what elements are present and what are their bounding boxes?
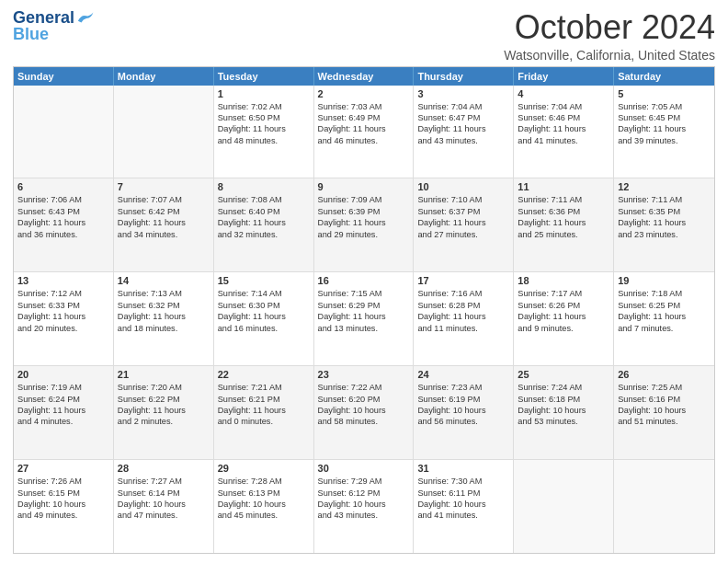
day-number: 25 bbox=[518, 369, 609, 380]
day-number: 24 bbox=[417, 369, 509, 380]
day-number: 9 bbox=[318, 181, 410, 192]
logo: General Blue bbox=[13, 9, 97, 44]
calendar-cell: 26Sunrise: 7:25 AMSunset: 6:16 PMDayligh… bbox=[614, 366, 714, 459]
cell-info-line: Daylight: 11 hours bbox=[218, 405, 310, 416]
day-number: 14 bbox=[118, 275, 210, 286]
calendar-cell bbox=[14, 86, 114, 178]
cell-info-line: and 53 minutes. bbox=[518, 416, 609, 427]
location-title: Watsonville, California, United States bbox=[504, 48, 715, 63]
calendar-cell: 20Sunrise: 7:19 AMSunset: 6:24 PMDayligh… bbox=[14, 366, 114, 459]
calendar-cell: 23Sunrise: 7:22 AMSunset: 6:20 PMDayligh… bbox=[314, 366, 415, 459]
cell-info-line: and 56 minutes. bbox=[417, 416, 509, 427]
day-number: 22 bbox=[218, 369, 310, 380]
cell-info-line: Sunset: 6:36 PM bbox=[518, 206, 609, 217]
cell-info-line: Daylight: 11 hours bbox=[218, 217, 310, 228]
day-number: 11 bbox=[518, 181, 609, 192]
cell-info-line: Sunset: 6:22 PM bbox=[118, 394, 210, 405]
calendar-cell: 12Sunrise: 7:11 AMSunset: 6:35 PMDayligh… bbox=[614, 178, 714, 271]
cell-info-line: Daylight: 11 hours bbox=[318, 217, 410, 228]
cell-info-line: and 58 minutes. bbox=[318, 416, 410, 427]
cell-info-line: and 20 minutes. bbox=[17, 323, 109, 334]
cell-info-line: and 23 minutes. bbox=[618, 229, 711, 240]
cell-info-line: and 39 minutes. bbox=[618, 135, 711, 146]
cell-info-line: Sunset: 6:33 PM bbox=[17, 300, 109, 311]
cell-info-line: Sunrise: 7:26 AM bbox=[17, 476, 109, 487]
calendar-cell: 24Sunrise: 7:23 AMSunset: 6:19 PMDayligh… bbox=[414, 366, 514, 459]
header-day-saturday: Saturday bbox=[614, 67, 714, 86]
header-day-thursday: Thursday bbox=[414, 67, 514, 86]
cell-info-line: Daylight: 11 hours bbox=[118, 405, 210, 416]
cell-info-line: Sunset: 6:19 PM bbox=[417, 394, 509, 405]
cell-info-line: and 0 minutes. bbox=[218, 416, 310, 427]
cell-info-line: and 25 minutes. bbox=[518, 229, 609, 240]
cell-info-line: Daylight: 11 hours bbox=[17, 217, 109, 228]
cell-info-line: and 47 minutes. bbox=[118, 510, 210, 521]
day-number: 16 bbox=[318, 275, 410, 286]
cell-info-line: Sunrise: 7:28 AM bbox=[218, 476, 310, 487]
calendar-cell bbox=[614, 460, 714, 553]
cell-info-line: Sunset: 6:28 PM bbox=[417, 300, 509, 311]
cell-info-line: and 18 minutes. bbox=[118, 323, 210, 334]
cell-info-line: Sunset: 6:40 PM bbox=[218, 206, 310, 217]
cell-info-line: Sunset: 6:50 PM bbox=[218, 112, 310, 123]
cell-info-line: Sunrise: 7:03 AM bbox=[318, 101, 410, 112]
calendar-cell: 6Sunrise: 7:06 AMSunset: 6:43 PMDaylight… bbox=[14, 178, 114, 271]
calendar-cell: 18Sunrise: 7:17 AMSunset: 6:26 PMDayligh… bbox=[514, 272, 614, 365]
day-number: 19 bbox=[618, 275, 711, 286]
cell-info-line: and 16 minutes. bbox=[218, 323, 310, 334]
day-number: 29 bbox=[218, 463, 310, 474]
calendar-cell: 19Sunrise: 7:18 AMSunset: 6:25 PMDayligh… bbox=[614, 272, 714, 365]
calendar-cell: 9Sunrise: 7:09 AMSunset: 6:39 PMDaylight… bbox=[314, 178, 415, 271]
cell-info-line: Sunrise: 7:11 AM bbox=[518, 194, 609, 205]
cell-info-line: Sunset: 6:35 PM bbox=[618, 206, 711, 217]
calendar-row-2: 13Sunrise: 7:12 AMSunset: 6:33 PMDayligh… bbox=[14, 272, 714, 366]
calendar-cell: 22Sunrise: 7:21 AMSunset: 6:21 PMDayligh… bbox=[214, 366, 314, 459]
calendar-cell: 16Sunrise: 7:15 AMSunset: 6:29 PMDayligh… bbox=[314, 272, 415, 365]
calendar-cell: 8Sunrise: 7:08 AMSunset: 6:40 PMDaylight… bbox=[214, 178, 314, 271]
day-number: 23 bbox=[318, 369, 410, 380]
cell-info-line: Sunrise: 7:08 AM bbox=[218, 194, 310, 205]
day-number: 2 bbox=[318, 88, 410, 99]
cell-info-line: Sunrise: 7:22 AM bbox=[318, 382, 410, 393]
cell-info-line: Sunset: 6:49 PM bbox=[318, 112, 410, 123]
cell-info-line: and 9 minutes. bbox=[518, 323, 609, 334]
cell-info-line: Sunrise: 7:25 AM bbox=[618, 382, 711, 393]
calendar-cell bbox=[114, 86, 214, 178]
calendar-header: SundayMondayTuesdayWednesdayThursdayFrid… bbox=[14, 67, 714, 86]
calendar-cell: 30Sunrise: 7:29 AMSunset: 6:12 PMDayligh… bbox=[314, 460, 415, 553]
calendar-row-4: 27Sunrise: 7:26 AMSunset: 6:15 PMDayligh… bbox=[14, 460, 714, 553]
header-day-monday: Monday bbox=[114, 67, 214, 86]
day-number: 4 bbox=[518, 88, 609, 99]
cell-info-line: Daylight: 10 hours bbox=[17, 499, 109, 510]
cell-info-line: Daylight: 11 hours bbox=[118, 217, 210, 228]
calendar-row-1: 6Sunrise: 7:06 AMSunset: 6:43 PMDaylight… bbox=[14, 178, 714, 272]
calendar-cell: 27Sunrise: 7:26 AMSunset: 6:15 PMDayligh… bbox=[14, 460, 114, 553]
cell-info-line: and 45 minutes. bbox=[218, 510, 310, 521]
calendar-cell: 17Sunrise: 7:16 AMSunset: 6:28 PMDayligh… bbox=[414, 272, 514, 365]
cell-info-line: Sunset: 6:15 PM bbox=[17, 488, 109, 499]
cell-info-line: Sunrise: 7:30 AM bbox=[417, 476, 509, 487]
cell-info-line: Daylight: 11 hours bbox=[417, 217, 509, 228]
header-day-tuesday: Tuesday bbox=[214, 67, 314, 86]
calendar-cell: 29Sunrise: 7:28 AMSunset: 6:13 PMDayligh… bbox=[214, 460, 314, 553]
cell-info-line: Sunrise: 7:07 AM bbox=[118, 194, 210, 205]
cell-info-line: Daylight: 10 hours bbox=[618, 405, 711, 416]
day-number: 10 bbox=[417, 181, 509, 192]
cell-info-line: Sunset: 6:46 PM bbox=[518, 112, 609, 123]
header: General Blue October 2024 Watsonville, C… bbox=[13, 9, 715, 63]
cell-info-line: Sunset: 6:26 PM bbox=[518, 300, 609, 311]
cell-info-line: Daylight: 11 hours bbox=[417, 311, 509, 322]
month-title: October 2024 bbox=[504, 9, 715, 46]
cell-info-line: Daylight: 11 hours bbox=[118, 311, 210, 322]
cell-info-line: Sunrise: 7:05 AM bbox=[618, 101, 711, 112]
cell-info-line: Daylight: 11 hours bbox=[618, 123, 711, 134]
calendar-cell: 5Sunrise: 7:05 AMSunset: 6:45 PMDaylight… bbox=[614, 86, 714, 178]
header-day-friday: Friday bbox=[514, 67, 614, 86]
day-number: 31 bbox=[417, 463, 509, 474]
cell-info-line: and 7 minutes. bbox=[618, 323, 711, 334]
cell-info-line: Sunrise: 7:19 AM bbox=[17, 382, 109, 393]
cell-info-line: and 29 minutes. bbox=[318, 229, 410, 240]
cell-info-line: and 51 minutes. bbox=[618, 416, 711, 427]
day-number: 8 bbox=[218, 181, 310, 192]
page: General Blue October 2024 Watsonville, C… bbox=[0, 0, 728, 563]
